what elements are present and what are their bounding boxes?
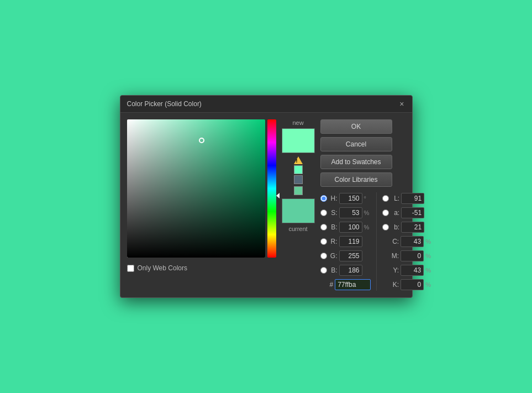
hex-field-row: # — [320, 279, 371, 291]
only-web-colors-row: Only Web Colors — [127, 264, 276, 272]
out-of-gamut-warning-icon[interactable] — [294, 156, 303, 164]
new-label: new — [292, 119, 303, 126]
color-warning-area — [294, 156, 303, 195]
add-to-swatches-button[interactable]: Add to Swatches — [320, 155, 392, 169]
y-field-row: Y: % — [382, 264, 431, 276]
s-input[interactable] — [339, 207, 362, 218]
h-unit: ° — [364, 195, 370, 202]
button-group: OK Cancel Add to Swatches Color Librarie… — [320, 119, 431, 187]
fields-section: H: ° S: % B: — [320, 192, 431, 291]
r-input[interactable] — [339, 236, 362, 247]
a-label: a: — [391, 209, 399, 217]
b-hsb-radio[interactable] — [320, 224, 327, 230]
a-input[interactable] — [401, 207, 424, 218]
c-unit: % — [425, 238, 431, 245]
c-label: C: — [390, 238, 399, 245]
gamut-icon[interactable] — [294, 175, 303, 184]
ok-button[interactable]: OK — [320, 119, 392, 134]
s-label: S: — [329, 209, 338, 217]
left-panel: Only Web Colors — [127, 119, 276, 291]
m-label: M: — [390, 252, 399, 260]
b-rgb-field-row: B: — [320, 264, 371, 276]
s-radio[interactable] — [320, 209, 327, 216]
l-input[interactable] — [401, 193, 424, 204]
h-radio[interactable] — [320, 195, 327, 202]
hue-arrow — [276, 193, 280, 198]
new-color-preview[interactable] — [282, 128, 315, 153]
l-field-row: L: — [382, 192, 431, 205]
color-field-container — [127, 119, 276, 258]
dialog-title: Color Picker (Solid Color) — [127, 100, 202, 108]
k-field-row: K: % — [382, 279, 431, 291]
r-field-row: R: — [320, 235, 371, 248]
b-lab-field-row: b: — [382, 221, 431, 233]
h-input[interactable] — [339, 193, 362, 204]
b-rgb-input[interactable] — [339, 265, 362, 276]
k-label: K: — [390, 281, 399, 289]
m-unit: % — [425, 253, 431, 259]
web-color-swatch-2[interactable] — [294, 186, 303, 195]
m-field-row: M: % — [382, 250, 431, 262]
r-radio[interactable] — [320, 238, 327, 245]
s-field-row: S: % — [320, 207, 371, 219]
b-lab-input[interactable] — [401, 222, 424, 233]
web-color-swatch[interactable] — [294, 165, 303, 174]
h-label: H: — [329, 195, 338, 202]
y-input[interactable] — [401, 265, 424, 276]
b-hsb-unit: % — [364, 224, 370, 230]
g-radio[interactable] — [320, 253, 327, 259]
b-rgb-label: B: — [329, 266, 338, 274]
hue-slider[interactable] — [267, 119, 276, 258]
b-hsb-field-row: B: % — [320, 221, 371, 233]
current-color-preview[interactable] — [282, 198, 315, 223]
s-unit: % — [364, 209, 370, 216]
k-input[interactable] — [401, 279, 424, 290]
color-gradient-field[interactable] — [127, 119, 265, 258]
lab-cmyk-col: L: a: b: — [382, 192, 431, 291]
hex-hash: # — [330, 281, 334, 289]
a-field-row: a: — [382, 207, 431, 219]
hsb-rgb-col: H: ° S: % B: — [320, 192, 371, 291]
hex-input[interactable] — [335, 279, 371, 290]
current-label: current — [288, 226, 307, 232]
close-button[interactable]: × — [398, 100, 405, 108]
y-unit: % — [425, 267, 431, 274]
k-unit: % — [425, 281, 431, 288]
g-field-row: G: — [320, 250, 371, 262]
color-field-gradient — [127, 119, 265, 258]
m-input[interactable] — [401, 250, 424, 261]
r-label: R: — [329, 238, 338, 245]
b-hsb-label: B: — [329, 223, 338, 231]
dialog-body: Only Web Colors new current OK Cancel Ad… — [120, 113, 412, 297]
h-field-row: H: ° — [320, 192, 371, 205]
only-web-colors-label: Only Web Colors — [138, 264, 187, 272]
middle-panel: new current — [282, 119, 315, 291]
l-label: L: — [391, 195, 399, 202]
color-picker-dialog: Color Picker (Solid Color) × Only Web Co… — [120, 95, 413, 298]
g-input[interactable] — [339, 250, 362, 261]
title-bar: Color Picker (Solid Color) × — [120, 96, 412, 113]
field-divider — [376, 192, 377, 291]
color-libraries-button[interactable]: Color Libraries — [320, 172, 392, 187]
only-web-colors-checkbox[interactable] — [127, 265, 134, 272]
b-lab-label: b: — [391, 223, 399, 231]
y-label: Y: — [390, 266, 399, 274]
g-label: G: — [329, 252, 338, 260]
b-rgb-radio[interactable] — [320, 267, 327, 274]
c-input[interactable] — [401, 236, 424, 247]
l-radio[interactable] — [382, 195, 389, 202]
cancel-button[interactable]: Cancel — [320, 137, 392, 151]
right-panel: OK Cancel Add to Swatches Color Librarie… — [320, 119, 431, 291]
a-radio[interactable] — [382, 209, 389, 216]
b-hsb-input[interactable] — [339, 222, 362, 233]
c-field-row: C: % — [382, 235, 431, 248]
b-lab-radio[interactable] — [382, 224, 389, 230]
